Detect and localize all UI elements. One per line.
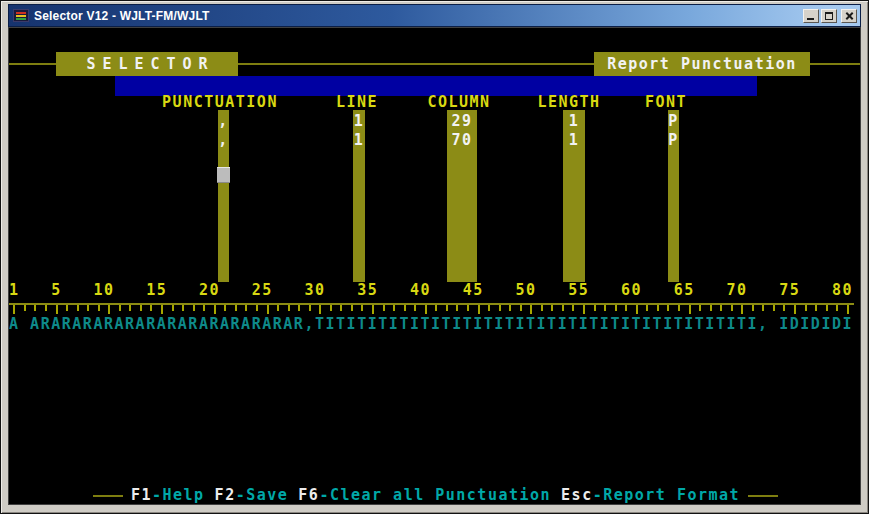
ruler-tick [625, 305, 627, 311]
title-bar[interactable]: Selector V12 - WJLT-FM/WJLT [8, 4, 861, 27]
status-action: -Save [236, 486, 289, 504]
ruler-tick [298, 305, 300, 311]
status-hint-f1: F1-Help [131, 486, 205, 504]
ruler-tick [245, 305, 247, 311]
ruler-number: 40 [391, 282, 431, 298]
status-hint-f2: F2-Save [215, 486, 289, 504]
ruler-tick [150, 305, 152, 311]
status-dash-left [93, 495, 123, 497]
app-window: Selector V12 - WJLT-FM/WJLT SELECTOR Rep… [0, 0, 869, 514]
ruler-tick [277, 305, 279, 311]
ruler-tick [741, 305, 743, 314]
ruler-tick [604, 305, 606, 311]
punctuation-preview-row: A ARARARARARARARARARARARARAR,TITITITITIT… [9, 315, 853, 334]
ruler-tick [836, 305, 838, 311]
ruler-number: 20 [180, 282, 220, 298]
maximize-button[interactable] [821, 9, 837, 23]
ruler-number: 25 [233, 282, 273, 298]
ruler-tick [182, 305, 184, 311]
ruler-tick [541, 305, 543, 311]
ruler-tick [731, 305, 733, 311]
ruler-tick [530, 305, 532, 314]
maximize-icon [825, 12, 833, 20]
ruler-tick [56, 305, 58, 314]
status-dash-right [748, 495, 778, 497]
ruler-tick [34, 305, 36, 311]
ruler-tick [657, 305, 659, 311]
ruler-tick [615, 305, 617, 311]
field-value-font-row2[interactable]: P [668, 131, 679, 150]
ruler-tick [372, 305, 374, 314]
ruler-tick [773, 305, 775, 311]
status-action: -Clear all Punctuation [319, 486, 551, 504]
field-value-line-row1[interactable]: 1 [354, 112, 365, 131]
window-title: Selector V12 - WJLT-FM/WJLT [34, 9, 803, 23]
field-value-column-row1[interactable]: 29 [451, 112, 472, 131]
field-value-length-row1[interactable]: 1 [569, 112, 580, 131]
ruler-tick [762, 305, 764, 311]
ruler-tick [720, 305, 722, 311]
minimize-button[interactable] [803, 9, 819, 23]
ruler-tick [13, 305, 15, 314]
ruler-tick [340, 305, 342, 311]
dos-screen: SELECTOR Report Punctuation PUNCTUATION,… [8, 27, 861, 505]
ruler-tick [425, 305, 427, 314]
ruler-tick [161, 305, 163, 314]
ruler-tick [488, 305, 490, 311]
ruler-tick [214, 305, 216, 314]
status-items: F1-HelpF2-SaveF6-Clear all PunctuationEs… [131, 486, 740, 505]
ruler-tick [805, 305, 807, 311]
field-value-font-row1[interactable]: P [668, 112, 679, 131]
status-hint-f6: F6-Clear all Punctuation [298, 486, 551, 504]
ruler-tick [330, 305, 332, 311]
status-bar: F1-HelpF2-SaveF6-Clear all PunctuationEs… [9, 486, 861, 505]
ruler-tick [288, 305, 290, 311]
ruler-tick [351, 305, 353, 311]
ruler-number: 55 [549, 282, 589, 298]
field-value-length-row2[interactable]: 1 [569, 131, 580, 150]
selection-cursor[interactable] [217, 167, 230, 183]
app-icon [13, 9, 29, 22]
ruler-tick [224, 305, 226, 311]
ruler-number: 50 [497, 282, 537, 298]
field-value-punctuation-row2[interactable]: , [218, 131, 229, 150]
ruler-tick [520, 305, 522, 311]
status-key: F1 [131, 486, 152, 504]
window-controls [803, 9, 857, 23]
ruler-tick [710, 305, 712, 311]
ruler-tick [414, 305, 416, 311]
status-key: F6 [298, 486, 319, 504]
ruler-tick [393, 305, 395, 311]
ruler-tick [193, 305, 195, 311]
ruler-tick [435, 305, 437, 311]
field-value-column-row2[interactable]: 70 [451, 131, 472, 150]
ruler-number: 5 [22, 282, 62, 298]
ruler-baseline [9, 303, 854, 305]
ruler-tick [119, 305, 121, 311]
status-action: -Report Format [593, 486, 740, 504]
field-value-punctuation-row1[interactable]: , [218, 112, 229, 131]
ruler-tick [815, 305, 817, 311]
ruler-number: 30 [286, 282, 326, 298]
ruler-tick [456, 305, 458, 311]
ruler-tick [752, 305, 754, 311]
status-action: -Help [152, 486, 205, 504]
ruler-tick [699, 305, 701, 311]
field-value-line-row2[interactable]: 1 [354, 131, 365, 150]
ruler-tick [562, 305, 564, 311]
ruler-tick [551, 305, 553, 311]
ruler-tick [478, 305, 480, 314]
ruler-number: 70 [708, 282, 748, 298]
ruler-tick [267, 305, 269, 314]
ruler-number: 75 [760, 282, 800, 298]
ruler-tick [129, 305, 131, 311]
ruler-tick [594, 305, 596, 311]
ruler-number: 80 [813, 282, 853, 298]
ruler-tick [847, 305, 849, 314]
ruler-tick [509, 305, 511, 311]
ruler-tick [172, 305, 174, 311]
close-button[interactable] [841, 9, 857, 23]
ruler-tick [646, 305, 648, 311]
ruler-tick [689, 305, 691, 314]
ruler-number: 1 [8, 282, 20, 298]
